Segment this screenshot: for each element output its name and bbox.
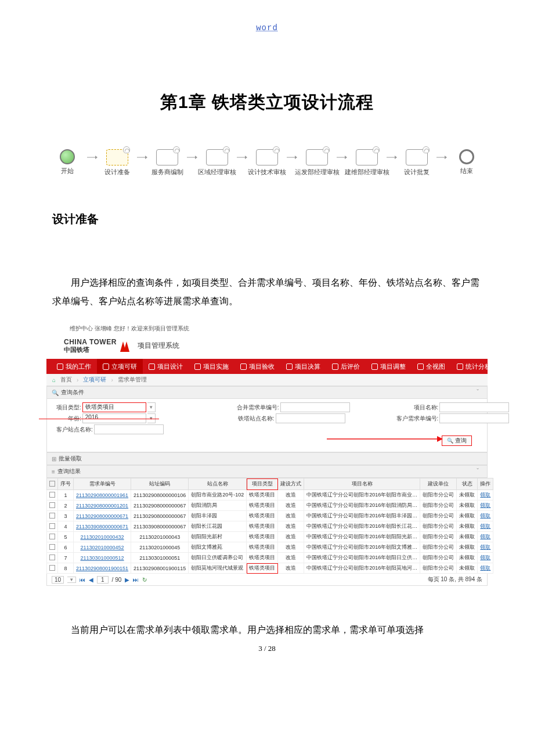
pager-last-icon[interactable]: ⏭ [133, 577, 139, 583]
table-cell[interactable]: 领取 [478, 521, 493, 532]
collapse-icon[interactable]: ˇ [477, 467, 479, 474]
pager-first-icon[interactable]: ⏮ [80, 577, 85, 583]
annotation-arrow-icon [327, 433, 443, 445]
table-cell[interactable]: 211303908000000671 [74, 521, 131, 532]
table-cell[interactable]: 211302010000452 [74, 542, 131, 553]
row-checkbox[interactable] [49, 534, 55, 539]
page-title: 第1章 铁塔类立项设计流程 [52, 91, 482, 114]
table-cell: 改造 [278, 521, 304, 532]
table-cell[interactable] [47, 532, 58, 542]
table-cell[interactable] [47, 490, 58, 501]
req-link[interactable]: 211302908000001961 [76, 492, 128, 498]
table-header[interactable] [47, 478, 58, 490]
table-cell[interactable]: 211302908000000671 [74, 511, 131, 521]
batch-icon: ⊞ [52, 456, 56, 462]
table-cell[interactable]: 211302908000001201 [74, 501, 131, 511]
nav-project-research[interactable]: 立项可研 [97, 359, 143, 374]
row-checkbox[interactable] [49, 492, 55, 498]
table-cell[interactable]: 211302908000001961 [74, 490, 131, 501]
table-cell[interactable] [47, 521, 58, 532]
table-cell[interactable]: 领取 [478, 553, 493, 563]
table-cell[interactable]: 领取 [478, 532, 493, 542]
row-checkbox[interactable] [49, 555, 55, 560]
claim-link[interactable]: 领取 [480, 555, 490, 560]
req-link[interactable]: 211302908000000671 [76, 513, 128, 519]
page-number: 3 / 28 [52, 644, 482, 653]
crumb-item[interactable]: 需求单管理 [118, 376, 147, 384]
req-link[interactable]: 211302010000432 [81, 534, 124, 540]
table-cell[interactable] [47, 542, 58, 553]
node-label: 设计技术审核 [248, 168, 286, 177]
nav-full-view[interactable]: 全视图 [412, 359, 451, 374]
row-checkbox[interactable] [49, 523, 55, 529]
chevron-down-icon[interactable]: ▼ [147, 402, 156, 412]
row-checkbox[interactable] [49, 544, 55, 550]
nav-icon [457, 363, 463, 370]
row-checkbox[interactable] [49, 565, 55, 571]
table-cell[interactable] [47, 563, 58, 574]
pager-refresh-icon[interactable]: ↻ [142, 577, 147, 583]
req-link[interactable]: 211302908001900151 [76, 566, 128, 571]
nav-project-adjust[interactable]: 项目调整 [366, 359, 412, 374]
table-cell[interactable]: 211302010000432 [74, 532, 131, 542]
chevron-down-icon[interactable]: ▼ [147, 413, 156, 423]
pager-prev-icon[interactable]: ◀ [89, 577, 93, 583]
claim-link[interactable]: 领取 [480, 523, 490, 529]
tower-site-name-input[interactable] [276, 413, 345, 423]
chevron-down-icon[interactable]: ▼ [67, 577, 76, 583]
table-cell[interactable]: 211303010000512 [74, 553, 131, 563]
merge-req-input[interactable] [280, 402, 350, 412]
year-select[interactable]: 2016 [82, 413, 146, 423]
nav-icon [371, 363, 378, 370]
project-name-input[interactable] [439, 402, 509, 412]
table-cell: 211302908001900115 [131, 563, 189, 574]
nav-icon [332, 363, 338, 370]
table-cell[interactable]: 领取 [478, 563, 493, 574]
home-icon[interactable]: ⌂ [52, 377, 56, 383]
embedded-ui: 维护中心 张增峰 您好！欢迎来到项目管理系统 CHINA TOWER 中国铁塔 … [46, 322, 488, 586]
claim-link[interactable]: 领取 [480, 544, 490, 550]
panel-title[interactable]: 批量领取 [59, 455, 82, 463]
table-cell[interactable] [47, 511, 58, 521]
req-link[interactable]: 211302010000452 [81, 545, 124, 550]
pager-next-icon[interactable]: ▶ [125, 577, 129, 583]
claim-link[interactable]: 领取 [480, 534, 490, 539]
nav-mywork[interactable]: 我的工作 [51, 359, 97, 374]
nav-stats[interactable]: 统计分析 [451, 359, 497, 374]
page-current[interactable]: 1 [97, 576, 109, 584]
req-link[interactable]: 211302908000001201 [76, 503, 128, 509]
claim-link[interactable]: 领取 [480, 513, 490, 519]
project-type-select[interactable]: 铁塔类项目 [82, 402, 146, 412]
req-link[interactable]: 211303908000000671 [76, 524, 128, 530]
claim-link[interactable]: 领取 [480, 492, 490, 498]
req-link[interactable]: 211303010000512 [81, 555, 124, 561]
table-cell[interactable]: 211302908001900151 [74, 563, 131, 574]
table-cell[interactable]: 领取 [478, 511, 493, 521]
select-all-checkbox[interactable] [49, 481, 55, 487]
row-checkbox[interactable] [49, 513, 55, 519]
nav-project-settle[interactable]: 项目决算 [280, 359, 326, 374]
customer-site-name-input[interactable] [94, 424, 164, 434]
nav-project-design[interactable]: 项目设计 [143, 359, 189, 374]
customer-req-input[interactable] [439, 413, 509, 423]
crumb-item[interactable]: 立项可研 [83, 376, 106, 384]
table-cell[interactable]: 领取 [478, 490, 493, 501]
table-cell: 铁塔类项目 [247, 532, 278, 542]
task-node-icon [156, 149, 178, 165]
nav-project-impl[interactable]: 项目实施 [189, 359, 234, 374]
table-cell[interactable]: 领取 [478, 501, 493, 511]
table-cell[interactable] [47, 553, 58, 563]
search-button[interactable]: 🔍 查询 [442, 435, 472, 446]
table-cell[interactable]: 领取 [478, 542, 493, 553]
row-checkbox[interactable] [49, 502, 55, 508]
claim-link[interactable]: 领取 [480, 502, 490, 508]
claim-link[interactable]: 领取 [480, 565, 490, 571]
table-cell: 改造 [278, 532, 304, 542]
nav-post-eval[interactable]: 后评价 [326, 359, 366, 374]
svg-marker-17 [437, 436, 443, 442]
table-cell[interactable] [47, 501, 58, 511]
crumb-home[interactable]: 首页 [60, 376, 72, 384]
nav-project-accept[interactable]: 项目验收 [234, 359, 280, 374]
page-size[interactable]: 10 [52, 576, 64, 584]
collapse-icon[interactable]: ˇ [477, 388, 479, 395]
